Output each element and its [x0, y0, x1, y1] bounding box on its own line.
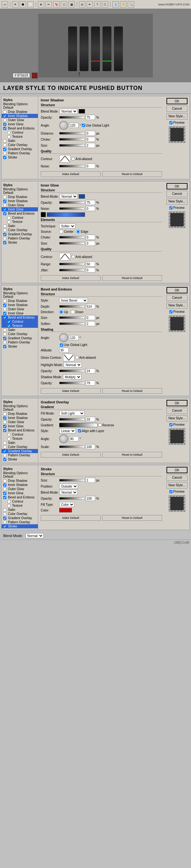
dialog2-range-slider[interactable] — [59, 263, 85, 265]
toolbar-stamp[interactable]: 🔖 — [53, 1, 60, 8]
dialog5-inner-glow[interactable]: Inner Glow — [2, 491, 38, 495]
dialog3-texture[interactable]: Texture — [2, 324, 38, 328]
dialog3-color-overlay[interactable]: Color Overlay — [2, 332, 38, 336]
blend-mode-select-bottom[interactable]: Normal — [26, 533, 44, 538]
dialog5-gradient-overlay[interactable]: Gradient Overlay — [2, 516, 38, 520]
dialog2-new-style[interactable]: New Style... — [166, 198, 188, 205]
toolbar-shape[interactable]: ⬡ — [102, 1, 108, 8]
dialog4-satin[interactable]: Satin — [2, 441, 38, 445]
dialog1-distance-slider[interactable] — [59, 132, 85, 134]
toolbar-gradient[interactable]: ▦ — [69, 1, 75, 8]
dialog4-pattern-overlay[interactable]: Pattern Overlay — [2, 453, 38, 457]
dialog4-scale-input[interactable] — [86, 444, 95, 449]
dialog1-ok[interactable]: OK — [166, 98, 188, 104]
dialog2-swatch-black[interactable] — [41, 212, 46, 217]
dialog2-contour[interactable]: Contour — [2, 216, 38, 220]
dialog2-blending-options[interactable]: Blending Options: Default — [2, 187, 38, 195]
dialog2-cancel[interactable]: Cancel — [166, 191, 188, 197]
dialog3-inner-glow[interactable]: Inner Glow — [2, 311, 38, 315]
dialog2-contour-box[interactable] — [59, 253, 71, 260]
toolbar-heal[interactable]: ⊕ — [38, 1, 44, 8]
dialog4-bevel[interactable]: Bevel and Emboss — [2, 428, 38, 432]
dialog2-stroke[interactable]: Stroke — [2, 241, 38, 245]
dialog3-angle-dial[interactable] — [59, 333, 68, 342]
dialog4-new-style[interactable]: New Style... — [166, 415, 188, 422]
dialog5-position-select[interactable]: Outside — [59, 484, 78, 489]
dialog2-gradient-overlay[interactable]: Gradient Overlay — [2, 232, 38, 236]
dialog2-outer-glow[interactable]: Outer Glow — [2, 203, 38, 207]
dialog3-gloss-contour-box[interactable] — [63, 354, 75, 361]
dialog3-bevel[interactable]: Bevel and Emboss — [2, 315, 38, 319]
dialog1-noise-input[interactable] — [86, 163, 95, 169]
dialog3-antialias-check[interactable] — [75, 356, 79, 359]
dialog1-drop-shadow[interactable]: Drop Shadow — [2, 110, 38, 114]
dialog1-choke-input[interactable] — [86, 137, 95, 142]
dialog4-ok[interactable]: OK — [166, 400, 188, 406]
toolbar-hand[interactable]: ✋ — [120, 1, 126, 8]
dialog1-inner-shadow[interactable]: Inner Shadow — [2, 114, 38, 118]
dialog1-blend-swatch[interactable] — [79, 109, 85, 114]
dialog3-global-light-check[interactable] — [60, 343, 63, 347]
toolbar-brush[interactable]: ✏ — [45, 1, 52, 8]
dialog1-gradient-overlay[interactable]: Gradient Overlay — [2, 147, 38, 151]
dialog1-distance-input[interactable] — [86, 131, 95, 136]
dialog2-inner-shadow[interactable]: Inner Shadow — [2, 199, 38, 203]
toolbar-pen[interactable]: ✒ — [86, 1, 93, 8]
dialog2-opacity-slider[interactable] — [59, 201, 85, 204]
dialog5-texture[interactable]: Texture — [2, 503, 38, 508]
dialog3-gradient-overlay[interactable]: Gradient Overlay — [2, 336, 38, 340]
toolbar-eraser[interactable]: ◻ — [61, 1, 67, 8]
dialog5-color-overlay[interactable]: Color Overlay — [2, 512, 38, 516]
dialog5-bevel[interactable]: Bevel and Emboss — [2, 495, 38, 499]
dialog2-choke-slider[interactable] — [59, 236, 85, 239]
dialog4-color-overlay[interactable]: Color Overlay — [2, 445, 38, 449]
dialog1-global-light-check[interactable] — [82, 124, 85, 127]
dialog2-gradient-preview[interactable] — [47, 212, 85, 217]
toolbar-eyedrop[interactable]: 💧 — [112, 1, 119, 8]
dialog2-blend-swatch[interactable] — [79, 194, 85, 199]
dialog1-size-slider[interactable] — [59, 144, 85, 147]
dialog2-choke-input[interactable] — [86, 235, 95, 240]
dialog3-shadow-opacity-slider[interactable] — [59, 382, 85, 384]
dialog3-satin[interactable]: Satin — [2, 328, 38, 332]
dialog1-angle-input[interactable] — [69, 123, 79, 128]
dialog3-pattern-overlay[interactable]: Pattern Overlay — [2, 340, 38, 344]
dialog5-make-default[interactable]: Make Default — [41, 515, 101, 521]
dialog1-outer-glow[interactable]: Outer Glow — [2, 118, 38, 122]
dialog2-preview-check[interactable] — [169, 206, 173, 210]
dialog2-range-input[interactable] — [86, 261, 95, 267]
dialog1-contour[interactable]: Contour — [2, 130, 38, 134]
dialog4-drop-shadow[interactable]: Drop Shadow — [2, 412, 38, 416]
dialog5-cancel[interactable]: Cancel — [166, 474, 188, 481]
dialog5-contour[interactable]: Contour — [2, 499, 38, 503]
dialog3-cancel[interactable]: Cancel — [166, 294, 188, 301]
dialog2-inner-glow[interactable]: Inner Glow — [2, 207, 38, 211]
dialog3-outer-glow[interactable]: Outer Glow — [2, 307, 38, 311]
dialog2-reset-default[interactable]: Reset to Default — [102, 275, 162, 281]
dialog2-color-overlay[interactable]: Color Overlay — [2, 228, 38, 232]
dialog2-jitter-slider[interactable] — [59, 269, 85, 271]
dialog1-pattern-overlay[interactable]: Pattern Overlay — [2, 151, 38, 155]
dialog4-reset-default[interactable]: Reset to Default — [102, 452, 162, 458]
dialog3-preview-check[interactable] — [169, 310, 173, 313]
dialog5-color-swatch[interactable] — [59, 508, 72, 513]
dialog5-new-style[interactable]: New Style... — [166, 482, 188, 489]
dialog1-texture[interactable]: Texture — [2, 134, 38, 139]
dialog4-blending-options[interactable]: Blending Options: Default — [2, 404, 38, 412]
dialog4-stroke[interactable]: Stroke — [2, 457, 38, 461]
dialog4-gradient-preview[interactable] — [59, 423, 98, 427]
dialog4-align-check[interactable] — [78, 429, 81, 432]
dialog3-highlight-opacity-input[interactable] — [86, 368, 95, 373]
dialog4-scale-slider[interactable] — [59, 445, 85, 448]
dialog5-preview-check[interactable] — [169, 490, 173, 493]
dialog4-inner-shadow[interactable]: Inner Shadow — [2, 416, 38, 420]
dialog4-make-default[interactable]: Make Default — [41, 452, 101, 458]
dialog1-inner-glow[interactable]: Inner Glow — [2, 122, 38, 126]
dialog3-soften-slider[interactable] — [59, 322, 85, 325]
dialog4-gradient-overlay[interactable]: Gradient Overlay — [2, 449, 38, 453]
toolbar-blur[interactable]: ◎ — [79, 1, 85, 8]
toolbar-lasso[interactable]: ⬟ — [20, 1, 26, 8]
dialog3-shadow-opacity-input[interactable] — [86, 380, 95, 385]
dialog3-highlight-select[interactable]: Normal — [64, 362, 82, 367]
dialog1-color-overlay[interactable]: Color Overlay — [2, 143, 38, 147]
